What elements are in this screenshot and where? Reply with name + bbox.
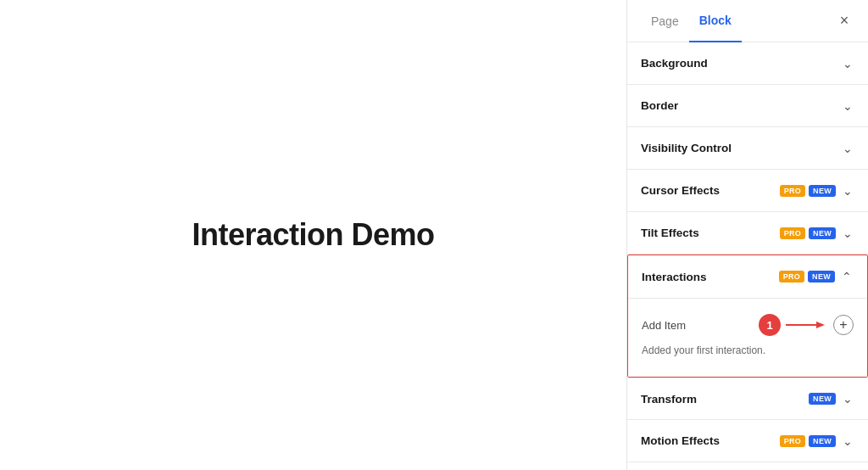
add-interaction-button[interactable]: +	[833, 315, 854, 335]
pro-badge: PRO	[780, 227, 805, 239]
close-button[interactable]: ×	[834, 11, 854, 31]
transform-badges: NEW	[809, 393, 836, 405]
section-tilt-label: Tilt Effects	[641, 227, 780, 239]
tilt-badges: PRO NEW	[780, 227, 836, 239]
svg-marker-1	[816, 322, 825, 328]
section-tilt[interactable]: Tilt Effects PRO NEW ⌄	[627, 212, 868, 255]
chevron-down-icon: ⌄	[841, 434, 854, 448]
interactions-body: Add Item 1 + Added your first interactio…	[628, 298, 867, 377]
chevron-down-icon: ⌄	[841, 227, 854, 240]
interactions-badges: PRO NEW	[779, 271, 835, 283]
pro-badge: PRO	[780, 185, 805, 197]
panel-header: Page Block ×	[627, 0, 868, 42]
arrow-icon	[786, 318, 828, 332]
chevron-down-icon: ⌄	[841, 57, 854, 70]
canvas-area: Interaction Demo	[0, 0, 627, 470]
new-badge: NEW	[809, 227, 836, 239]
new-badge: NEW	[809, 393, 836, 405]
section-background-label: Background	[641, 57, 841, 70]
section-background[interactable]: Background ⌄	[627, 42, 868, 85]
right-panel: Page Block × Background ⌄ Border ⌄ Visib…	[627, 0, 868, 470]
chevron-down-icon: ⌄	[841, 392, 854, 406]
cursor-badges: PRO NEW	[780, 185, 836, 197]
interactions-header[interactable]: Interactions PRO NEW ⌃	[628, 255, 867, 298]
section-cursor-label: Cursor Effects	[641, 184, 780, 197]
pro-badge: PRO	[780, 435, 805, 447]
chevron-down-icon: ⌄	[841, 99, 854, 113]
section-visibility-label: Visibility Control	[641, 142, 841, 154]
add-item-row: Add Item 1 +	[642, 305, 854, 341]
section-motion[interactable]: Motion Effects PRO NEW ⌄	[627, 420, 868, 462]
section-visibility[interactable]: Visibility Control ⌄	[627, 127, 868, 170]
section-transform[interactable]: Transform NEW ⌄	[627, 378, 868, 420]
add-item-label: Add Item	[642, 319, 748, 332]
interactions-label: Interactions	[642, 271, 779, 283]
tab-block[interactable]: Block	[689, 0, 742, 42]
panel-content: Background ⌄ Border ⌄ Visibility Control…	[627, 42, 868, 470]
section-cursor[interactable]: Cursor Effects PRO NEW ⌄	[627, 170, 868, 212]
motion-badges: PRO NEW	[780, 435, 836, 447]
canvas-title: Interaction Demo	[192, 217, 434, 253]
section-interactions: Interactions PRO NEW ⌃ Add Item 1	[627, 255, 868, 378]
chevron-down-icon: ⌄	[841, 184, 854, 198]
tab-page[interactable]: Page	[641, 0, 689, 42]
new-badge: NEW	[809, 435, 836, 447]
pro-badge: PRO	[779, 271, 804, 283]
section-border-label: Border	[641, 99, 841, 112]
added-interaction-text: Added your first interaction.	[642, 341, 854, 363]
chevron-up-icon: ⌃	[840, 270, 854, 283]
section-border[interactable]: Border ⌄	[627, 85, 868, 127]
new-badge: NEW	[808, 271, 835, 283]
section-transform-label: Transform	[641, 393, 809, 406]
chevron-down-icon: ⌄	[841, 142, 854, 155]
section-motion-label: Motion Effects	[641, 434, 780, 447]
new-badge: NEW	[809, 185, 836, 197]
step-circle: 1	[759, 314, 781, 336]
arrow-container: 1 +	[748, 314, 854, 336]
